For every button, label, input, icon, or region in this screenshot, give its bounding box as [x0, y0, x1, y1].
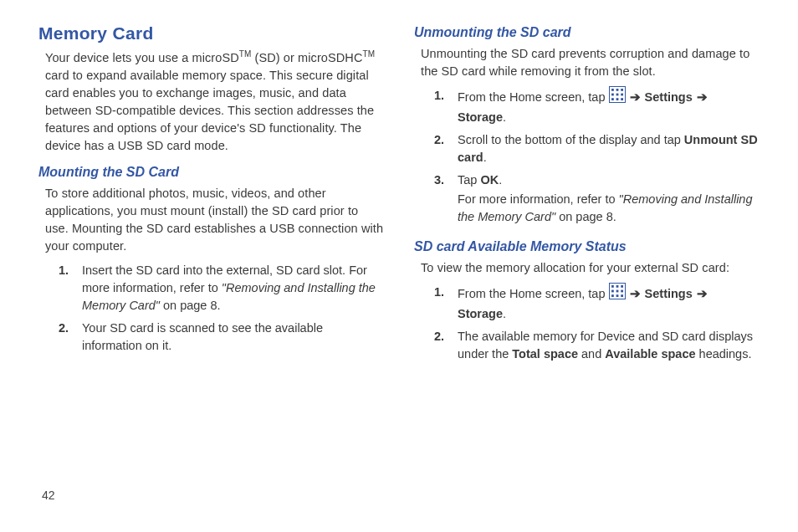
step-text-tail: . [483, 151, 487, 164]
svg-rect-9 [621, 98, 623, 100]
unmounting-step-1: From the Home screen, tap ➔ Settings ➔ S… [434, 85, 760, 130]
mounting-step-2: Your SD card is scanned to see the avail… [59, 318, 384, 358]
svg-rect-7 [611, 98, 614, 100]
right-column: Unmounting the SD card Unmounting the SD… [414, 23, 760, 532]
svg-rect-4 [611, 94, 614, 96]
total-space-label: Total space [512, 347, 578, 361]
svg-rect-1 [611, 89, 614, 91]
status-step-1: From the Home screen, tap ➔ Settings ➔ S… [434, 282, 760, 326]
settings-label: Settings [645, 287, 693, 300]
svg-rect-16 [621, 290, 623, 293]
intro-text-1: Your device lets you use a microSD [45, 51, 239, 64]
storage-label: Storage [458, 307, 503, 320]
intro-paragraph: Your device lets you use a microSDTM (SD… [45, 49, 384, 155]
step-mid: and [578, 347, 605, 361]
arrow-icon: ➔ [629, 285, 642, 303]
period: . [503, 110, 506, 124]
period: . [503, 307, 506, 320]
step-text: Scroll to the bottom of the display and … [458, 133, 684, 146]
apps-grid-icon [609, 283, 626, 304]
apps-grid-icon [609, 86, 626, 108]
tm-mark-1: TM [239, 49, 252, 59]
settings-label: Settings [645, 90, 693, 104]
available-space-label: Available space [605, 347, 695, 361]
unmounting-body: Unmounting the SD card prevents corrupti… [421, 45, 760, 80]
svg-rect-15 [616, 290, 618, 293]
step-tail: headings. [696, 347, 752, 361]
step-text: From the Home screen, tap [458, 287, 609, 300]
step-text: Tap [458, 173, 480, 187]
svg-rect-5 [616, 94, 618, 96]
arrow-icon: ➔ [629, 89, 642, 106]
svg-rect-8 [616, 98, 618, 100]
svg-rect-18 [616, 294, 618, 297]
page-number: 42 [42, 489, 55, 502]
tm-mark-2: TM [363, 49, 376, 59]
unmounting-step-3: Tap OK. For more information, refer to "… [434, 170, 760, 229]
mounting-body: To store additional photos, music, video… [45, 185, 384, 255]
heading-memory-card: Memory Card [38, 23, 384, 43]
svg-rect-17 [611, 294, 614, 297]
page-container: Memory Card Your device lets you use a m… [0, 0, 798, 532]
svg-rect-2 [616, 89, 618, 91]
svg-rect-11 [611, 285, 614, 288]
heading-status: SD card Available Memory Status [414, 239, 760, 254]
cont-text: For more information, refer to [458, 192, 619, 206]
svg-rect-19 [621, 294, 623, 297]
svg-rect-13 [621, 285, 623, 288]
intro-text-3: card to expand available memory space. T… [45, 69, 374, 152]
mounting-step-1: Insert the SD card into the external, SD… [59, 260, 384, 318]
arrow-icon: ➔ [696, 89, 708, 106]
heading-mounting: Mounting the SD Card [38, 165, 384, 180]
ok-label: OK [480, 173, 499, 187]
step-text: From the Home screen, tap [458, 90, 609, 104]
storage-label: Storage [458, 110, 503, 124]
status-step-2: The available memory for Device and SD c… [434, 326, 760, 366]
left-column: Memory Card Your device lets you use a m… [38, 23, 384, 532]
svg-rect-3 [621, 89, 623, 91]
heading-unmounting: Unmounting the SD card [414, 25, 760, 40]
status-body: To view the memory allocation for your e… [421, 259, 760, 277]
status-steps: From the Home screen, tap ➔ Settings ➔ S… [434, 282, 760, 366]
mounting-steps: Insert the SD card into the external, SD… [59, 260, 384, 358]
arrow-icon: ➔ [696, 285, 708, 303]
step-text: Your SD card is scanned to see the avail… [82, 321, 323, 352]
unmounting-step-2: Scroll to the bottom of the display and … [434, 130, 760, 170]
unmounting-steps: From the Home screen, tap ➔ Settings ➔ S… [434, 85, 760, 229]
step-continuation: For more information, refer to "Removing… [458, 191, 760, 226]
cont-tail: on page 8. [559, 210, 616, 223]
step-text-tail: on page 8. [163, 299, 221, 312]
svg-rect-14 [611, 290, 614, 293]
step-text-tail: . [499, 173, 502, 187]
svg-rect-12 [616, 285, 618, 288]
svg-rect-6 [621, 94, 623, 96]
intro-text-2: (SD) or microSDHC [251, 51, 362, 64]
